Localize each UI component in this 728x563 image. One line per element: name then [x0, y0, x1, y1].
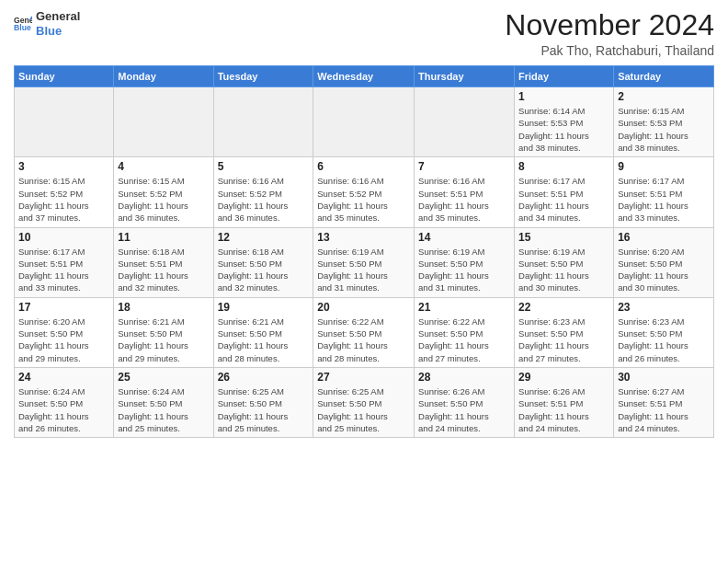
calendar-cell: 20Sunrise: 6:22 AM Sunset: 5:50 PM Dayli…	[313, 297, 415, 367]
calendar-week-row: 10Sunrise: 6:17 AM Sunset: 5:51 PM Dayli…	[15, 227, 714, 297]
calendar-cell	[415, 87, 515, 157]
title-block: November 2024 Pak Tho, Ratchaburi, Thail…	[505, 9, 714, 58]
day-info: Sunrise: 6:16 AM Sunset: 5:52 PM Dayligh…	[317, 175, 410, 224]
day-number: 15	[518, 231, 609, 244]
day-number: 6	[317, 160, 410, 173]
calendar-week-row: 17Sunrise: 6:20 AM Sunset: 5:50 PM Dayli…	[15, 297, 714, 367]
calendar-cell: 5Sunrise: 6:16 AM Sunset: 5:52 PM Daylig…	[213, 157, 313, 227]
calendar-cell: 21Sunrise: 6:22 AM Sunset: 5:50 PM Dayli…	[415, 297, 515, 367]
day-number: 7	[418, 160, 510, 173]
calendar-cell: 6Sunrise: 6:16 AM Sunset: 5:52 PM Daylig…	[313, 157, 415, 227]
weekday-header-thursday: Thursday	[415, 66, 515, 87]
calendar-cell: 19Sunrise: 6:21 AM Sunset: 5:50 PM Dayli…	[213, 297, 313, 367]
logo-blue-text: Blue	[36, 24, 80, 39]
day-info: Sunrise: 6:22 AM Sunset: 5:50 PM Dayligh…	[418, 316, 510, 364]
calendar-cell: 15Sunrise: 6:19 AM Sunset: 5:50 PM Dayli…	[515, 227, 614, 297]
day-number: 29	[518, 371, 609, 384]
day-number: 24	[18, 371, 109, 384]
day-info: Sunrise: 6:19 AM Sunset: 5:50 PM Dayligh…	[418, 246, 510, 294]
day-number: 3	[18, 160, 109, 173]
sub-title: Pak Tho, Ratchaburi, Thailand	[505, 43, 714, 58]
calendar-cell	[114, 87, 213, 157]
weekday-header-monday: Monday	[114, 66, 213, 87]
calendar-cell: 24Sunrise: 6:24 AM Sunset: 5:50 PM Dayli…	[15, 367, 114, 437]
day-info: Sunrise: 6:24 AM Sunset: 5:50 PM Dayligh…	[18, 385, 109, 434]
day-info: Sunrise: 6:17 AM Sunset: 5:51 PM Dayligh…	[518, 175, 609, 224]
day-info: Sunrise: 6:25 AM Sunset: 5:50 PM Dayligh…	[317, 385, 410, 434]
day-info: Sunrise: 6:17 AM Sunset: 5:51 PM Dayligh…	[18, 246, 109, 294]
calendar-cell: 2Sunrise: 6:15 AM Sunset: 5:53 PM Daylig…	[614, 87, 714, 157]
day-info: Sunrise: 6:21 AM Sunset: 5:50 PM Dayligh…	[218, 316, 310, 364]
day-number: 4	[118, 160, 209, 173]
day-number: 12	[218, 231, 310, 244]
calendar-cell: 8Sunrise: 6:17 AM Sunset: 5:51 PM Daylig…	[515, 157, 614, 227]
day-info: Sunrise: 6:18 AM Sunset: 5:50 PM Dayligh…	[218, 246, 310, 294]
day-info: Sunrise: 6:19 AM Sunset: 5:50 PM Dayligh…	[317, 246, 410, 294]
day-number: 2	[618, 90, 710, 103]
day-number: 23	[618, 301, 710, 314]
calendar-week-row: 24Sunrise: 6:24 AM Sunset: 5:50 PM Dayli…	[15, 367, 714, 437]
day-number: 13	[317, 231, 410, 244]
day-number: 30	[618, 371, 710, 384]
calendar-cell: 18Sunrise: 6:21 AM Sunset: 5:50 PM Dayli…	[114, 297, 213, 367]
logo-icon: General Blue	[14, 15, 32, 33]
calendar-cell: 9Sunrise: 6:17 AM Sunset: 5:51 PM Daylig…	[614, 157, 714, 227]
calendar-cell: 22Sunrise: 6:23 AM Sunset: 5:50 PM Dayli…	[515, 297, 614, 367]
day-number: 28	[418, 371, 510, 384]
calendar-cell: 12Sunrise: 6:18 AM Sunset: 5:50 PM Dayli…	[213, 227, 313, 297]
day-info: Sunrise: 6:15 AM Sunset: 5:53 PM Dayligh…	[618, 105, 710, 154]
logo-general-text: General	[36, 9, 80, 24]
day-number: 14	[418, 231, 510, 244]
day-number: 9	[618, 160, 710, 173]
weekday-header-saturday: Saturday	[614, 66, 714, 87]
header: General Blue General Blue November 2024 …	[14, 9, 714, 58]
day-number: 1	[518, 90, 609, 103]
calendar-cell: 11Sunrise: 6:18 AM Sunset: 5:51 PM Dayli…	[114, 227, 213, 297]
calendar-cell: 3Sunrise: 6:15 AM Sunset: 5:52 PM Daylig…	[15, 157, 114, 227]
day-info: Sunrise: 6:20 AM Sunset: 5:50 PM Dayligh…	[618, 246, 710, 294]
day-number: 19	[218, 301, 310, 314]
calendar-cell: 26Sunrise: 6:25 AM Sunset: 5:50 PM Dayli…	[213, 367, 313, 437]
calendar-cell: 14Sunrise: 6:19 AM Sunset: 5:50 PM Dayli…	[415, 227, 515, 297]
day-info: Sunrise: 6:27 AM Sunset: 5:51 PM Dayligh…	[618, 385, 710, 434]
weekday-header-wednesday: Wednesday	[313, 66, 415, 87]
day-number: 5	[218, 160, 310, 173]
day-info: Sunrise: 6:20 AM Sunset: 5:50 PM Dayligh…	[18, 316, 109, 364]
day-number: 26	[218, 371, 310, 384]
day-info: Sunrise: 6:19 AM Sunset: 5:50 PM Dayligh…	[518, 246, 609, 294]
calendar-cell: 29Sunrise: 6:26 AM Sunset: 5:51 PM Dayli…	[515, 367, 614, 437]
day-number: 17	[18, 301, 109, 314]
day-info: Sunrise: 6:14 AM Sunset: 5:53 PM Dayligh…	[518, 105, 609, 154]
day-info: Sunrise: 6:15 AM Sunset: 5:52 PM Dayligh…	[18, 175, 109, 224]
calendar-cell: 30Sunrise: 6:27 AM Sunset: 5:51 PM Dayli…	[614, 367, 714, 437]
day-info: Sunrise: 6:17 AM Sunset: 5:51 PM Dayligh…	[618, 175, 710, 224]
calendar-week-row: 3Sunrise: 6:15 AM Sunset: 5:52 PM Daylig…	[15, 157, 714, 227]
day-info: Sunrise: 6:22 AM Sunset: 5:50 PM Dayligh…	[317, 316, 410, 364]
calendar-cell: 7Sunrise: 6:16 AM Sunset: 5:51 PM Daylig…	[415, 157, 515, 227]
day-number: 16	[618, 231, 710, 244]
calendar-cell: 17Sunrise: 6:20 AM Sunset: 5:50 PM Dayli…	[15, 297, 114, 367]
day-info: Sunrise: 6:23 AM Sunset: 5:50 PM Dayligh…	[618, 316, 710, 364]
calendar-cell: 13Sunrise: 6:19 AM Sunset: 5:50 PM Dayli…	[313, 227, 415, 297]
calendar-cell: 23Sunrise: 6:23 AM Sunset: 5:50 PM Dayli…	[614, 297, 714, 367]
day-info: Sunrise: 6:16 AM Sunset: 5:52 PM Dayligh…	[218, 175, 310, 224]
day-info: Sunrise: 6:16 AM Sunset: 5:51 PM Dayligh…	[418, 175, 510, 224]
day-number: 22	[518, 301, 609, 314]
calendar-week-row: 1Sunrise: 6:14 AM Sunset: 5:53 PM Daylig…	[15, 87, 714, 157]
weekday-header-sunday: Sunday	[15, 66, 114, 87]
day-number: 27	[317, 371, 410, 384]
calendar-cell: 4Sunrise: 6:15 AM Sunset: 5:52 PM Daylig…	[114, 157, 213, 227]
day-info: Sunrise: 6:18 AM Sunset: 5:51 PM Dayligh…	[118, 246, 209, 294]
logo: General Blue General Blue	[14, 9, 80, 38]
day-number: 10	[18, 231, 109, 244]
day-info: Sunrise: 6:25 AM Sunset: 5:50 PM Dayligh…	[218, 385, 310, 434]
calendar-table: SundayMondayTuesdayWednesdayThursdayFrid…	[14, 65, 714, 438]
day-info: Sunrise: 6:24 AM Sunset: 5:50 PM Dayligh…	[118, 385, 209, 434]
weekday-header-tuesday: Tuesday	[213, 66, 313, 87]
calendar-cell: 28Sunrise: 6:26 AM Sunset: 5:50 PM Dayli…	[415, 367, 515, 437]
calendar-cell: 1Sunrise: 6:14 AM Sunset: 5:53 PM Daylig…	[515, 87, 614, 157]
day-info: Sunrise: 6:21 AM Sunset: 5:50 PM Dayligh…	[118, 316, 209, 364]
calendar-cell: 25Sunrise: 6:24 AM Sunset: 5:50 PM Dayli…	[114, 367, 213, 437]
day-number: 8	[518, 160, 609, 173]
main-title: November 2024	[505, 9, 714, 41]
